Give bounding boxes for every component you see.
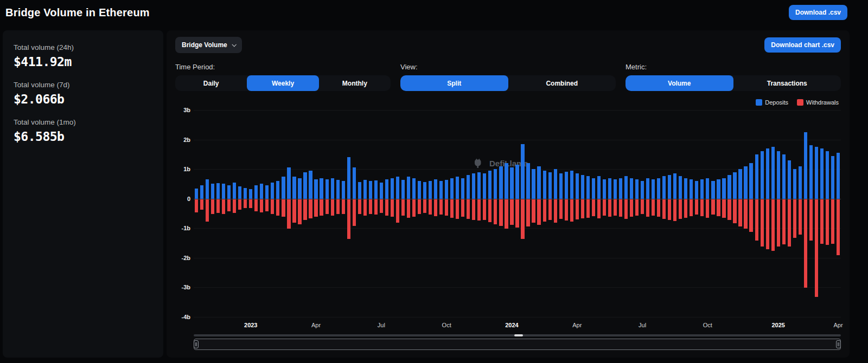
download-chart-csv-button[interactable]: Download chart .csv bbox=[764, 37, 841, 53]
deposit-bar[interactable] bbox=[434, 179, 437, 199]
deposit-bar[interactable] bbox=[570, 171, 573, 199]
withdrawal-bar[interactable] bbox=[717, 199, 720, 217]
withdrawal-bar[interactable] bbox=[788, 199, 791, 247]
deposit-bar[interactable] bbox=[711, 181, 714, 199]
withdrawal-bar[interactable] bbox=[271, 199, 274, 214]
deposit-bar[interactable] bbox=[576, 173, 579, 198]
deposit-bar[interactable] bbox=[353, 167, 356, 198]
deposit-bar[interactable] bbox=[738, 169, 742, 199]
withdrawal-bar[interactable] bbox=[314, 199, 317, 217]
zoom-window[interactable] bbox=[194, 339, 841, 350]
deposit-bar[interactable] bbox=[630, 178, 633, 199]
deposit-bar[interactable] bbox=[211, 184, 214, 198]
deposit-bar[interactable] bbox=[761, 151, 764, 198]
withdrawal-bar[interactable] bbox=[657, 199, 660, 217]
withdrawal-bar[interactable] bbox=[336, 199, 340, 214]
deposit-bar[interactable] bbox=[206, 179, 209, 198]
withdrawal-bar[interactable] bbox=[662, 199, 666, 219]
withdrawal-bar[interactable] bbox=[782, 199, 786, 244]
withdrawal-bar[interactable] bbox=[244, 199, 247, 208]
deposit-bar[interactable] bbox=[412, 178, 416, 199]
deposit-bar[interactable] bbox=[777, 151, 780, 198]
deposit-bar[interactable] bbox=[646, 178, 649, 199]
withdrawal-bar[interactable] bbox=[559, 199, 563, 219]
withdrawal-bar[interactable] bbox=[303, 199, 307, 220]
deposit-bar[interactable] bbox=[358, 182, 361, 199]
deposit-bar[interactable] bbox=[733, 172, 736, 199]
withdrawal-bar[interactable] bbox=[537, 199, 540, 225]
withdrawal-bar[interactable] bbox=[494, 199, 497, 224]
deposit-bar[interactable] bbox=[662, 176, 666, 198]
deposit-bar[interactable] bbox=[799, 166, 802, 199]
withdrawal-bar[interactable] bbox=[369, 199, 372, 214]
deposit-bar[interactable] bbox=[303, 172, 307, 199]
withdrawal-bar[interactable] bbox=[434, 199, 437, 217]
deposit-bar[interactable] bbox=[326, 179, 329, 199]
withdrawal-bar[interactable] bbox=[586, 199, 590, 218]
withdrawal-bar[interactable] bbox=[630, 199, 633, 217]
deposit-bar[interactable] bbox=[282, 177, 285, 199]
deposit-bar[interactable] bbox=[450, 178, 454, 199]
withdrawal-bar[interactable] bbox=[635, 199, 639, 216]
withdrawal-bar[interactable] bbox=[260, 199, 263, 213]
withdrawal-bar[interactable] bbox=[326, 199, 329, 214]
withdrawal-bar[interactable] bbox=[249, 199, 252, 208]
withdrawal-bar[interactable] bbox=[711, 199, 714, 215]
withdrawal-bar[interactable] bbox=[668, 199, 671, 220]
withdrawal-bar[interactable] bbox=[565, 199, 568, 221]
withdrawal-bar[interactable] bbox=[690, 199, 693, 217]
deposit-bar[interactable] bbox=[385, 179, 388, 199]
deposit-bar[interactable] bbox=[320, 178, 323, 199]
deposit-bar[interactable] bbox=[554, 169, 557, 199]
withdrawal-bar[interactable] bbox=[755, 199, 758, 241]
withdrawal-bar[interactable] bbox=[200, 199, 203, 210]
legend-item-deposits[interactable]: Deposits bbox=[756, 99, 788, 106]
zoom-handle-right[interactable] bbox=[836, 340, 841, 348]
withdrawal-bar[interactable] bbox=[603, 199, 606, 216]
withdrawal-bar[interactable] bbox=[418, 199, 421, 214]
time-period-daily-button[interactable]: Daily bbox=[175, 75, 247, 91]
withdrawal-bar[interactable] bbox=[499, 199, 502, 226]
withdrawal-bar[interactable] bbox=[521, 199, 524, 239]
withdrawal-bar[interactable] bbox=[548, 199, 552, 220]
deposit-bar[interactable] bbox=[276, 181, 279, 199]
deposit-bar[interactable] bbox=[445, 180, 448, 199]
deposit-bar[interactable] bbox=[788, 160, 791, 199]
withdrawal-bar[interactable] bbox=[488, 199, 492, 223]
deposit-bar[interactable] bbox=[826, 151, 829, 198]
withdrawal-bar[interactable] bbox=[456, 199, 459, 219]
deposit-bar[interactable] bbox=[336, 180, 340, 199]
deposit-bar[interactable] bbox=[635, 179, 639, 199]
withdrawal-bar[interactable] bbox=[282, 199, 285, 217]
deposit-bar[interactable] bbox=[314, 179, 317, 198]
withdrawal-bar[interactable] bbox=[206, 199, 209, 222]
withdrawal-bar[interactable] bbox=[353, 199, 356, 226]
bridge-volume-select[interactable]: Bridge Volume bbox=[175, 37, 242, 53]
withdrawal-bar[interactable] bbox=[673, 199, 676, 221]
deposit-bar[interactable] bbox=[483, 173, 486, 198]
withdrawal-bar[interactable] bbox=[407, 199, 410, 218]
withdrawal-bar[interactable] bbox=[510, 199, 513, 225]
deposit-bar[interactable] bbox=[216, 183, 220, 198]
withdrawal-bar[interactable] bbox=[445, 199, 448, 216]
withdrawal-bar[interactable] bbox=[532, 199, 535, 223]
withdrawal-bar[interactable] bbox=[820, 199, 824, 244]
withdrawal-bar[interactable] bbox=[733, 199, 736, 224]
withdrawal-bar[interactable] bbox=[374, 199, 378, 215]
deposit-bar[interactable] bbox=[565, 172, 568, 199]
withdrawal-bar[interactable] bbox=[576, 199, 579, 219]
withdrawal-bar[interactable] bbox=[472, 199, 475, 220]
deposit-bar[interactable] bbox=[603, 179, 606, 199]
deposit-bar[interactable] bbox=[222, 184, 225, 198]
withdrawal-bar[interactable] bbox=[423, 199, 426, 213]
withdrawal-bar[interactable] bbox=[385, 199, 388, 216]
withdrawal-bar[interactable] bbox=[679, 199, 682, 219]
deposit-bar[interactable] bbox=[559, 173, 563, 198]
deposit-bar[interactable] bbox=[608, 178, 611, 199]
withdrawal-bar[interactable] bbox=[450, 199, 454, 218]
withdrawal-bar[interactable] bbox=[216, 199, 220, 213]
time-period-monthly-button[interactable]: Monthly bbox=[319, 75, 391, 91]
deposit-bar[interactable] bbox=[815, 147, 818, 199]
deposit-bar[interactable] bbox=[771, 147, 775, 199]
deposit-bar[interactable] bbox=[472, 173, 475, 198]
